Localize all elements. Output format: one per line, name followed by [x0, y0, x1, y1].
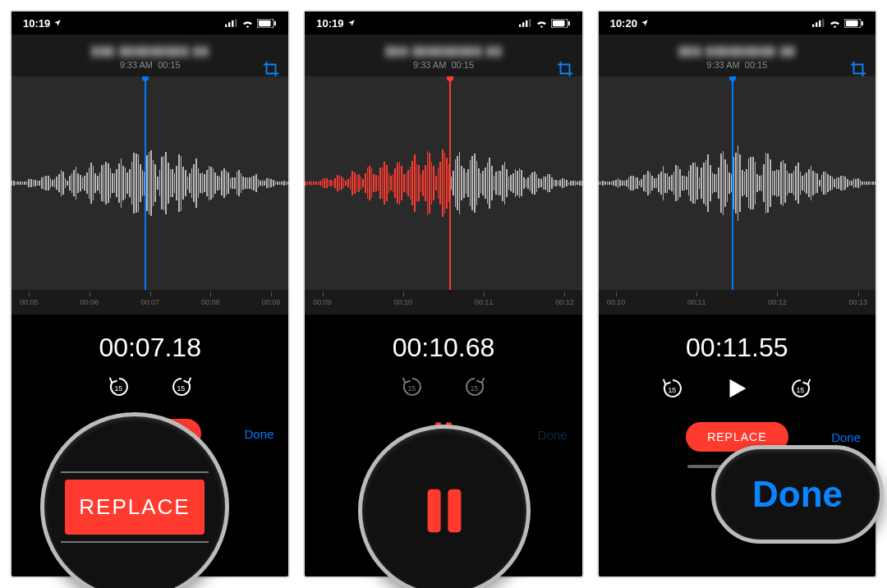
callout-done-label: Done	[752, 474, 843, 515]
status-time: 10:20	[610, 17, 637, 30]
skip-back-15-icon: 15	[107, 374, 131, 399]
skip-fwd-button[interactable]: 15	[788, 376, 813, 404]
skip-back-button[interactable]: 15	[107, 374, 131, 402]
tick-label: 00:07	[140, 298, 159, 306]
timeline-scrubber[interactable]: 00:1000:1100:1200:13	[599, 290, 876, 315]
location-icon	[53, 19, 62, 27]
tick-label: 00:08	[201, 298, 220, 306]
svg-rect-15	[568, 21, 570, 25]
svg-rect-0	[225, 25, 227, 27]
callout-pause	[358, 425, 531, 588]
transport-controls: 15 15	[11, 371, 288, 409]
svg-rect-22	[812, 25, 814, 27]
recording-title: ▮▮▮ ▮▮▮▮▮▮▮▮▮ ▮▮	[604, 43, 871, 58]
skip-back-button[interactable]: 15	[400, 374, 425, 402]
svg-rect-14	[553, 20, 565, 25]
status-time: 10:19	[23, 17, 50, 30]
svg-rect-12	[529, 19, 531, 27]
recording-meta: 9:33 AM 00:15	[604, 60, 871, 70]
play-button[interactable]	[723, 374, 751, 406]
skip-fwd-15-icon: 15	[169, 374, 194, 399]
recording-header: ▮▮▮ ▮▮▮▮▮▮▮▮▮ ▮▮ 9:33 AM 00:15	[11, 34, 288, 76]
waveform	[305, 117, 581, 249]
skip-fwd-button[interactable]: 15	[462, 374, 487, 402]
svg-text:15: 15	[177, 384, 185, 393]
signal-icon	[519, 19, 532, 27]
waveform-area[interactable]	[11, 76, 288, 290]
tick-label: 00:06	[80, 298, 99, 306]
done-button[interactable]: Done	[244, 427, 273, 441]
svg-rect-3	[235, 19, 237, 27]
battery-icon	[257, 19, 277, 28]
playhead[interactable]	[145, 76, 146, 290]
svg-rect-23	[816, 22, 817, 27]
crop-icon	[262, 60, 280, 78]
tick-label: 00:09	[262, 298, 281, 306]
waveform	[599, 117, 876, 249]
tick-label: 00:11	[687, 298, 706, 306]
tick-label: 00:10	[607, 298, 626, 306]
done-button[interactable]: Done	[538, 428, 568, 442]
wifi-icon	[535, 19, 548, 28]
svg-rect-1	[228, 22, 230, 27]
status-bar: 10:19	[305, 11, 581, 34]
tick-label: 00:13	[848, 298, 867, 306]
crop-icon	[849, 60, 867, 78]
phone-1: 10:19 ▮▮▮ ▮▮▮▮▮▮▮▮▮ ▮▮ 9:33 AM 00:15 00:…	[10, 10, 290, 578]
skip-fwd-button[interactable]: 15	[169, 374, 194, 402]
battery-icon	[551, 19, 571, 28]
status-bar: 10:20	[599, 11, 876, 34]
svg-rect-20	[428, 489, 441, 533]
callout-done: Done	[711, 445, 884, 544]
skip-fwd-15-icon: 15	[462, 374, 487, 399]
tick-label: 00:12	[555, 298, 574, 306]
timeline-scrubber[interactable]: 00:0900:1000:1100:12	[305, 290, 581, 315]
tick-label: 00:12	[768, 298, 787, 306]
callout-replace-label: REPLACE	[65, 480, 205, 535]
waveform	[11, 117, 288, 249]
playhead[interactable]	[732, 76, 733, 290]
recording-header: ▮▮▮ ▮▮▮▮▮▮▮▮▮ ▮▮ 9:33 AM 00:15	[305, 34, 581, 76]
svg-rect-25	[822, 19, 824, 27]
tick-label: 00:09	[313, 298, 332, 306]
done-button[interactable]: Done	[831, 430, 861, 444]
svg-text:15: 15	[669, 386, 677, 394]
signal-icon	[812, 19, 825, 27]
location-icon	[641, 19, 649, 27]
skip-back-button[interactable]: 15	[660, 376, 685, 404]
crop-icon	[556, 60, 574, 78]
timeline-scrubber[interactable]: 00:0500:0600:0700:0800:09	[11, 290, 288, 315]
svg-rect-5	[259, 20, 271, 25]
callout-replace: REPLACE	[40, 412, 229, 588]
current-time-display: 00:11.55	[599, 315, 876, 371]
recording-title: ▮▮▮ ▮▮▮▮▮▮▮▮▮ ▮▮	[16, 43, 283, 58]
tick-label: 00:11	[475, 298, 494, 306]
svg-rect-6	[274, 21, 276, 25]
transport-controls: 15 15	[599, 371, 876, 412]
svg-rect-9	[519, 25, 521, 27]
waveform-area[interactable]	[599, 76, 876, 290]
battery-icon	[844, 19, 864, 28]
playhead[interactable]	[449, 76, 451, 290]
svg-text:15: 15	[797, 386, 805, 394]
pause-icon	[416, 482, 473, 540]
svg-rect-11	[526, 21, 527, 27]
phone-2: 10:19 ▮▮▮ ▮▮▮▮▮▮▮▮▮ ▮▮ 9:33 AM 00:15 00:…	[303, 10, 583, 578]
wifi-icon	[829, 19, 841, 28]
svg-text:15: 15	[407, 384, 416, 393]
svg-text:15: 15	[470, 384, 478, 393]
recording-title: ▮▮▮ ▮▮▮▮▮▮▮▮▮ ▮▮	[310, 43, 577, 58]
current-time-display: 00:07.18	[11, 315, 288, 371]
tick-label: 00:10	[394, 298, 413, 306]
current-time-display: 00:10.68	[305, 315, 581, 371]
svg-rect-2	[232, 21, 233, 27]
signal-icon	[225, 19, 238, 27]
status-time: 10:19	[316, 17, 343, 30]
svg-rect-10	[522, 22, 524, 27]
svg-rect-21	[448, 489, 462, 533]
recording-meta: 9:33 AM 00:15	[310, 60, 577, 70]
wifi-icon	[241, 19, 254, 28]
recording-meta: 9:33 AM 00:15	[16, 60, 283, 70]
waveform-area[interactable]	[305, 76, 581, 290]
play-icon	[723, 374, 751, 402]
